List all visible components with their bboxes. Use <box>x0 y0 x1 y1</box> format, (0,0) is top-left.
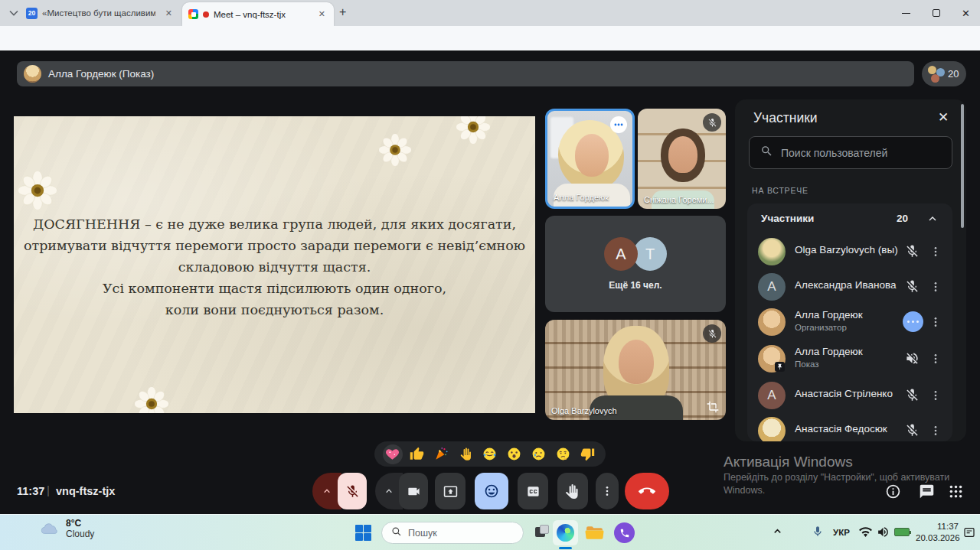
video-tile-alla[interactable]: Алла Гордеюк <box>545 109 635 209</box>
presenter-name: Алла Гордеюк (Показ) <box>48 68 154 80</box>
participant-row-alla-present[interactable]: Алла Гордеюк Показ <box>747 341 952 378</box>
tray-hidden-icons-chevron[interactable] <box>772 526 784 538</box>
meeting-details-info-icon[interactable] <box>885 483 901 500</box>
reactions-button-active[interactable] <box>475 473 508 509</box>
participant-row-anastasia-f[interactable]: Анастасія Федосюк <box>747 413 952 441</box>
participant-menu-icon[interactable] <box>929 314 943 330</box>
chat-panel-icon[interactable] <box>919 483 935 500</box>
participant-row-aleksandra[interactable]: А Александра Иванова <box>747 269 952 304</box>
present-screen-button[interactable] <box>435 473 466 509</box>
participant-role: Показ <box>795 360 819 369</box>
overflow-participants-tile[interactable]: A T Ещё 16 чел. <box>545 216 726 312</box>
participant-row-alla-organizer[interactable]: Алла Гордеюк Организатор <box>747 304 952 341</box>
clock-date: 20.03.2026 <box>916 532 959 544</box>
chevron-up-icon[interactable] <box>926 213 939 225</box>
reaction-party-popper-icon[interactable] <box>431 444 451 464</box>
panel-section-label: НА ВСТРЕЧЕ <box>752 186 808 195</box>
browser-toolbar: https://meet.google.com/vnq-ftsz-tjx aь … <box>0 26 980 50</box>
start-button[interactable] <box>355 525 371 541</box>
tile-more-options-button[interactable] <box>610 116 627 133</box>
presenter-avatar <box>24 65 41 83</box>
participants-group-header[interactable]: Участники 20 <box>747 203 952 234</box>
video-tile-snizhana[interactable]: Сніжана Гореми... <box>638 109 726 209</box>
window-close-button[interactable]: ✕ <box>952 0 980 26</box>
edge-icon <box>557 524 574 542</box>
participants-search-input[interactable] <box>781 147 934 159</box>
participant-menu-icon[interactable] <box>929 388 943 403</box>
tab2-title: Meet – vnq-ftsz-tjx <box>214 10 286 19</box>
windows-activation-title: Активація Windows <box>724 454 853 470</box>
taskbar-clock[interactable]: 11:37 20.03.2026 <box>916 521 959 544</box>
task-view-button[interactable] <box>533 523 552 542</box>
slide-line: складовою відчуття щастя. <box>14 256 535 278</box>
browser-tab-2-active[interactable]: Meet – vnq-ftsz-tjx ✕ <box>182 2 334 26</box>
participant-menu-icon[interactable] <box>929 351 943 366</box>
search-icon <box>391 526 402 540</box>
presentation-slide[interactable]: ДОСЯГНЕННЯ – є не дуже велика група люде… <box>14 116 535 413</box>
crop-tile-icon[interactable] <box>707 401 720 414</box>
participants-panel: Участники ✕ НА ВСТРЕЧЕ Участники 20 <box>735 99 966 441</box>
language-indicator[interactable]: УКР <box>833 528 850 537</box>
new-tab-button[interactable]: + <box>339 5 346 19</box>
panel-title: Участники <box>753 110 818 126</box>
slide-line: Усі компоненти щастя підсилюють один одн… <box>14 278 535 299</box>
avatar-letter: А <box>758 382 786 409</box>
captions-button[interactable] <box>518 473 548 509</box>
window-maximize-button[interactable] <box>921 0 952 26</box>
search-icon <box>760 145 773 161</box>
clock-time: 11:37 <box>916 521 959 532</box>
file-explorer-button[interactable] <box>585 523 604 542</box>
audio-off-icon <box>905 351 920 366</box>
taskbar-search-input[interactable] <box>408 528 500 539</box>
video-tile-olga[interactable]: Olga Barzylovych <box>545 320 726 420</box>
reaction-face-tears-of-joy-icon[interactable] <box>480 444 500 464</box>
participants-search[interactable] <box>749 136 952 169</box>
participant-row-anastasia-s[interactable]: А Анастасія Стріленко <box>747 378 952 413</box>
mic-muted-button[interactable] <box>338 473 367 509</box>
panel-close-icon[interactable]: ✕ <box>936 109 951 125</box>
tab-search-chevron-icon[interactable] <box>6 5 23 21</box>
reaction-crying-face-icon[interactable] <box>528 444 548 464</box>
window-minimize-button[interactable] <box>890 0 921 26</box>
tab1-close-icon[interactable]: ✕ <box>163 7 175 20</box>
wifi-tray-icon[interactable] <box>859 526 873 539</box>
panel-scrollbar[interactable] <box>961 104 964 228</box>
speaking-indicator-icon <box>903 311 923 332</box>
slide-line: коли вони поєднуються разом. <box>14 299 535 321</box>
avatar <box>758 308 786 336</box>
browser-tab-1[interactable]: 20 «Мистецтво бути щасливим: пра ✕ <box>21 0 179 26</box>
participant-menu-icon[interactable] <box>929 423 943 438</box>
participant-menu-icon[interactable] <box>929 244 943 259</box>
mic-in-use-tray-icon[interactable] <box>812 526 825 539</box>
reaction-thumbs-down-icon[interactable] <box>577 444 597 464</box>
avatar-letter: А <box>758 273 786 301</box>
edge-browser-taskbar-button[interactable] <box>553 520 578 545</box>
reaction-sparkling-heart-icon[interactable] <box>383 444 403 464</box>
tile-name-label: Алла Гордеюк <box>554 193 609 202</box>
meet-favicon <box>188 9 198 19</box>
windows-activation-line1: Перейдіть до розділу "Настройки", щоб ак… <box>724 472 949 483</box>
reaction-thinking-face-icon[interactable] <box>553 444 573 464</box>
participant-row-olga[interactable]: Olga Barzylovych (вы) <box>747 234 952 269</box>
tab1-favicon: 20 <box>26 8 38 19</box>
reaction-astonished-face-icon[interactable] <box>505 444 524 464</box>
tab2-close-icon[interactable]: ✕ <box>316 8 328 21</box>
participant-menu-icon[interactable] <box>929 279 943 295</box>
end-call-button[interactable] <box>625 473 669 509</box>
participant-count-pill[interactable]: 20 <box>922 61 966 86</box>
notification-center-icon[interactable] <box>963 526 975 539</box>
viber-button[interactable] <box>614 522 635 543</box>
battery-tray-icon[interactable] <box>894 528 910 536</box>
slide-line: ДОСЯГНЕННЯ – є не дуже велика група люде… <box>14 213 535 235</box>
weather-temp: 8°C <box>66 519 94 529</box>
taskbar-search[interactable] <box>381 522 524 544</box>
reaction-thumbs-up-icon[interactable] <box>407 444 427 464</box>
weather-widget[interactable]: 8°C Cloudy <box>40 519 94 539</box>
raise-hand-button[interactable] <box>557 473 588 509</box>
more-options-button[interactable] <box>596 473 619 509</box>
activities-grid-icon[interactable] <box>948 483 964 500</box>
presenter-banner[interactable]: Алла Гордеюк (Показ) <box>17 61 914 86</box>
camera-button[interactable] <box>399 473 428 509</box>
volume-tray-icon[interactable] <box>877 526 890 539</box>
reaction-clapping-hands-icon[interactable] <box>456 444 475 464</box>
